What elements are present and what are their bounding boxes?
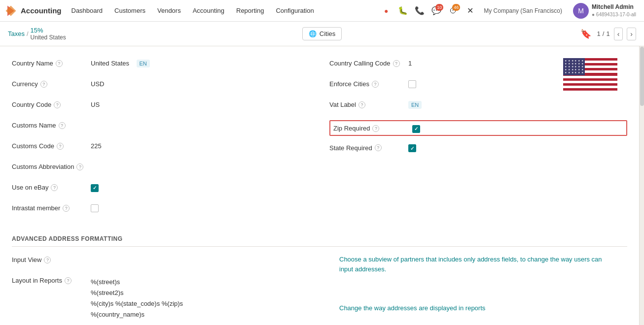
breadcrumb-15-link[interactable]: 15% — [31, 27, 66, 34]
pagination-current: 1 — [597, 30, 601, 37]
label-customs-code: Customs Code ? — [12, 141, 91, 150]
field-input-view: Input View ? — [12, 255, 320, 268]
cities-icon: 🌐 — [309, 30, 317, 37]
pagination-sep: / — [603, 30, 605, 37]
field-layout-reports: Layout in Reports ? %(street)s %(street2… — [12, 275, 320, 320]
help-country-name-icon[interactable]: ? — [56, 60, 63, 67]
form-right-column: ★ ★ ★ ★ ★ ★ ★ ★ ★ ★ ★ ★ — [320, 58, 627, 224]
help-zip-required-icon[interactable]: ? — [372, 125, 379, 132]
value-input-view — [91, 255, 320, 256]
pagination-next-button[interactable]: › — [627, 28, 636, 40]
flag-canton: ★ ★ ★ ★ ★ ★ ★ ★ ★ ★ ★ ★ — [563, 58, 585, 75]
nav-item-dashboard[interactable]: Dashboard — [66, 0, 109, 22]
user-sub: ● 64894313-17-0-all — [592, 11, 636, 18]
help-state-required-icon[interactable]: ? — [375, 144, 382, 151]
bookmark-icon[interactable]: 🔖 — [578, 27, 593, 41]
help-customs-name-icon[interactable]: ? — [59, 122, 66, 129]
label-zip-required: Zip Required ? — [333, 123, 412, 132]
label-currency: Currency ? — [12, 79, 91, 88]
checkbox-enforce-cities[interactable] — [408, 80, 416, 88]
chat-badge: 10 — [435, 4, 443, 11]
breadcrumb-current: 15% United States — [31, 27, 66, 41]
phone-icon[interactable]: 📞 — [413, 4, 427, 18]
nav-item-reporting[interactable]: Reporting — [230, 0, 270, 22]
value-currency: USD — [91, 79, 320, 88]
checkbox-intrastat[interactable] — [91, 204, 99, 212]
app-logo[interactable]: Accounting — [4, 4, 62, 18]
checkbox-state-required[interactable] — [408, 144, 416, 152]
help-input-view-icon[interactable]: ? — [44, 257, 51, 263]
input-view-hint-text: Choose a subview of partners that includ… — [339, 255, 615, 274]
help-customs-code-icon[interactable]: ? — [57, 143, 64, 150]
company-name: My Company (San Francisco) — [484, 7, 562, 14]
value-layout-reports: %(street)s %(street2)s %(city)s %(state_… — [91, 277, 320, 320]
main-content: Country Name ? United States EN Currency… — [0, 46, 644, 325]
help-vat-label-icon[interactable]: ? — [358, 101, 365, 108]
advanced-right: Choose a subview of partners that includ… — [320, 255, 627, 325]
field-intrastat: Intrastat member ? — [12, 203, 320, 217]
breadcrumb-taxes-link[interactable]: Taxes — [8, 30, 25, 37]
help-intrastat-icon[interactable]: ? — [63, 205, 70, 212]
nav-item-accounting[interactable]: Accounting — [187, 0, 230, 22]
help-currency-icon[interactable]: ? — [40, 81, 47, 88]
bug-icon[interactable]: 🐛 — [396, 4, 410, 18]
nav-right-area: ● 🐛 📞 💬 10 ⏱ 46 ✕ My Company (San Franci… — [379, 3, 640, 19]
nav-item-configuration[interactable]: Configuration — [270, 0, 320, 22]
nav-menu: Dashboard Customers Vendors Accounting R… — [66, 0, 380, 22]
top-navigation: Accounting Dashboard Customers Vendors A… — [0, 0, 644, 22]
close-icon[interactable]: ✕ — [463, 4, 477, 18]
cities-label: Cities — [320, 30, 336, 37]
nav-item-customers[interactable]: Customers — [108, 0, 151, 22]
chat-icon[interactable]: 💬 10 — [429, 4, 443, 18]
timer-badge: 46 — [452, 4, 460, 11]
nav-item-vendors[interactable]: Vendors — [151, 0, 187, 22]
flag-container: ★ ★ ★ ★ ★ ★ ★ ★ ★ ★ ★ ★ — [563, 58, 617, 91]
label-enforce-cities: Enforce Cities ? — [329, 79, 408, 88]
en-badge-country-name: EN — [137, 60, 150, 67]
label-state-required: State Required ? — [329, 143, 408, 152]
company-selector[interactable]: My Company (San Francisco) — [480, 7, 566, 14]
pagination-prev-button[interactable]: ‹ — [614, 28, 623, 40]
checkbox-zip-required[interactable] — [412, 125, 420, 133]
label-country-name: Country Name ? — [12, 58, 91, 67]
label-use-on-ebay: Use on eBay ? — [12, 182, 91, 191]
stars-grid: ★ ★ ★ ★ ★ ★ ★ ★ ★ ★ ★ ★ — [564, 59, 584, 74]
checkbox-use-on-ebay[interactable] — [91, 184, 99, 192]
scrollbar[interactable] — [639, 46, 644, 325]
value-customs-name — [91, 120, 320, 122]
form-body: Country Name ? United States EN Currency… — [0, 46, 639, 325]
field-customs-abbreviation: Customs Abbreviation ? — [12, 162, 320, 175]
avatar: M — [573, 3, 589, 19]
field-use-on-ebay: Use on eBay ? — [12, 182, 320, 196]
label-customs-abbreviation: Customs Abbreviation ? — [12, 162, 91, 171]
help-country-code-icon[interactable]: ? — [54, 101, 61, 108]
breadcrumb-subtitle: United States — [31, 34, 66, 41]
help-customs-abbrev-icon[interactable]: ? — [76, 163, 83, 170]
scrollbar-thumb[interactable] — [640, 47, 644, 106]
label-intrastat: Intrastat member ? — [12, 203, 91, 212]
layout-hint-text: Change the way addresses are displayed i… — [339, 303, 615, 313]
help-ebay-icon[interactable]: ? — [51, 184, 58, 191]
advanced-section-title: ADVANCED ADDRESS FORMATTING — [12, 235, 627, 247]
field-customs-code: Customs Code ? 225 — [12, 141, 320, 155]
advanced-left: Input View ? Layout in Reports ? %(stree… — [12, 255, 320, 325]
breadcrumb: Taxes / 15% United States — [8, 27, 66, 41]
pagination: 1 / 1 — [597, 30, 610, 37]
label-country-code: Country Code ? — [12, 99, 91, 108]
value-customs-abbreviation — [91, 162, 320, 163]
help-layout-icon[interactable]: ? — [65, 277, 72, 284]
breadcrumb-bar: Taxes / 15% United States 🌐 Cities 🔖 1 /… — [0, 22, 644, 46]
user-name: Mitchell Admin — [592, 3, 636, 11]
layout-hint: Change the way addresses are displayed i… — [339, 303, 627, 313]
help-enforce-cities-icon[interactable]: ? — [372, 81, 379, 88]
user-menu[interactable]: M Mitchell Admin ● 64894313-17-0-all — [569, 3, 640, 19]
field-country-name: Country Name ? United States EN — [12, 58, 320, 72]
app-name: Accounting — [21, 6, 62, 15]
field-currency: Currency ? USD — [12, 79, 320, 93]
help-calling-code-icon[interactable]: ? — [393, 60, 400, 67]
red-dot-icon[interactable]: ● — [379, 4, 393, 18]
timer-icon[interactable]: ⏱ 46 — [446, 4, 460, 18]
cities-button[interactable]: 🌐 Cities — [302, 27, 342, 40]
advanced-section: Input View ? Layout in Reports ? %(stree… — [12, 255, 627, 325]
field-zip-required: Zip Required ? — [329, 120, 627, 136]
